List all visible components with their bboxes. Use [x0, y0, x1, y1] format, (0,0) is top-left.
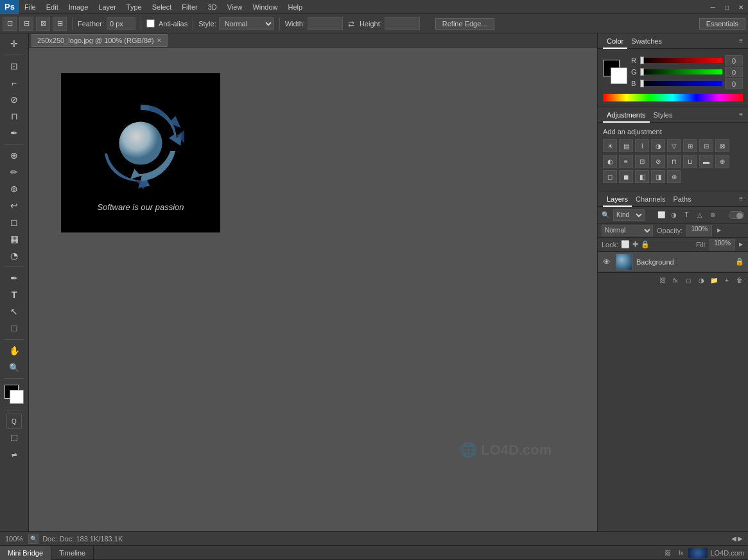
filter-toggle-switch[interactable]: [729, 211, 744, 219]
document-tab[interactable]: 250x250_logo.jpg @ 100% (RGB/8#) ✕: [31, 34, 168, 47]
swap-dimensions-button[interactable]: ⇄: [345, 18, 357, 30]
adj-icon-extra-1[interactable]: ◻: [603, 170, 617, 183]
menu-help[interactable]: Help: [283, 0, 308, 14]
gradient-tool[interactable]: ▦: [6, 231, 22, 247]
curves-adj-icon[interactable]: ⌇: [635, 139, 649, 152]
eraser-tool[interactable]: ◻: [6, 214, 22, 230]
crop-tool[interactable]: ⊓: [6, 109, 22, 124]
channelmixer-adj-icon[interactable]: ≡: [619, 155, 633, 168]
selectivecolor-adj-icon[interactable]: ⊕: [715, 155, 729, 168]
adj-icon-extra-3[interactable]: ◧: [635, 170, 649, 183]
threshold-adj-icon[interactable]: ⊔: [683, 155, 697, 168]
tab-timeline[interactable]: Timeline: [51, 546, 94, 560]
screen-mode-button[interactable]: □: [6, 430, 22, 446]
tab-swatches[interactable]: Swatches: [627, 33, 666, 49]
posterize-adj-icon[interactable]: ⊓: [667, 155, 681, 168]
colorlookup-adj-icon[interactable]: ⊡: [635, 155, 649, 168]
layers-panel-options[interactable]: ≡: [739, 195, 743, 202]
width-input[interactable]: [308, 17, 343, 30]
status-prev-button[interactable]: ◀: [731, 535, 736, 542]
menu-file[interactable]: File: [19, 0, 41, 14]
feather-input[interactable]: [107, 17, 135, 30]
blue-value[interactable]: 0: [725, 78, 743, 89]
vibrance-adj-icon[interactable]: ▽: [667, 139, 681, 152]
lasso-tool[interactable]: ⌐: [6, 75, 22, 91]
layer-row[interactable]: 👁 Background 🔒: [598, 252, 748, 272]
add-mask-button[interactable]: ◻: [683, 275, 694, 286]
colorbalance-adj-icon[interactable]: ⊟: [699, 139, 713, 152]
zoom-tool[interactable]: 🔍: [6, 360, 22, 375]
extra-button[interactable]: ⇌: [6, 447, 22, 462]
brush-tool[interactable]: ✏: [6, 164, 22, 180]
healing-brush-tool[interactable]: ⊕: [6, 148, 22, 163]
tab-paths[interactable]: Paths: [670, 191, 695, 207]
color-swatches-preview[interactable]: [603, 60, 627, 84]
red-slider-thumb[interactable]: [640, 57, 644, 64]
gradient-map-adj-icon[interactable]: ▬: [699, 155, 713, 168]
delete-layer-button[interactable]: 🗑: [734, 275, 745, 286]
close-button[interactable]: ✕: [734, 0, 748, 14]
menu-select[interactable]: Select: [147, 0, 177, 14]
antialias-checkbox[interactable]: [146, 19, 155, 28]
pen-tool[interactable]: ✒: [6, 270, 22, 286]
marquee-tool[interactable]: ⊡: [6, 58, 22, 74]
eyedropper-tool[interactable]: ✒: [6, 125, 22, 141]
layer-type-filter[interactable]: T: [682, 210, 692, 220]
layer-kind-select[interactable]: Kind Name Effect Mode: [613, 209, 645, 221]
marquee-option-3[interactable]: ⊠: [36, 17, 50, 31]
layer-shape-filter[interactable]: △: [695, 210, 705, 220]
fill-arrow[interactable]: ▶: [738, 241, 744, 248]
red-value[interactable]: 0: [725, 55, 743, 66]
type-tool[interactable]: T: [6, 287, 22, 302]
status-next-button[interactable]: ▶: [738, 535, 743, 542]
path-selection-tool[interactable]: ↖: [6, 304, 22, 319]
tab-channels[interactable]: Channels: [632, 191, 669, 207]
green-value[interactable]: 0: [725, 67, 743, 77]
zoom-icon[interactable]: 🔍: [28, 534, 39, 544]
adj-icon-extra-2[interactable]: ◼: [619, 170, 633, 183]
dodge-tool[interactable]: ◔: [6, 248, 22, 263]
color-panel-options[interactable]: ≡: [739, 37, 743, 44]
hand-tool[interactable]: ✋: [6, 343, 22, 358]
levels-adj-icon[interactable]: ▤: [619, 139, 633, 152]
height-input[interactable]: [385, 17, 420, 30]
move-tool[interactable]: ✛: [6, 36, 22, 51]
menu-image[interactable]: Image: [64, 0, 94, 14]
lock-pixels-icon[interactable]: ⬜: [621, 240, 630, 249]
history-brush-tool[interactable]: ↩: [6, 198, 22, 213]
opacity-value[interactable]: 100%: [686, 225, 712, 236]
essentials-button[interactable]: Essentials: [699, 18, 745, 30]
blue-slider[interactable]: [640, 81, 722, 86]
menu-filter[interactable]: Filter: [177, 0, 202, 14]
marquee-option-2[interactable]: ⊟: [19, 17, 33, 31]
new-group-button[interactable]: 📁: [708, 275, 720, 286]
clone-stamp-tool[interactable]: ⊚: [6, 181, 22, 197]
lock-all-icon[interactable]: 🔒: [641, 240, 650, 249]
shape-tool[interactable]: □: [6, 320, 22, 336]
opacity-arrow[interactable]: ▶: [716, 227, 722, 234]
menu-3d[interactable]: 3D: [203, 0, 222, 14]
marquee-option-4[interactable]: ⊞: [53, 17, 67, 31]
layer-style-button[interactable]: fx: [670, 275, 681, 286]
marquee-tool-option[interactable]: ⊡: [3, 17, 17, 31]
brightness-adj-icon[interactable]: ☀: [603, 139, 617, 152]
new-layer-button[interactable]: +: [721, 275, 733, 286]
quick-mask-button[interactable]: Q: [6, 414, 22, 429]
tab-styles[interactable]: Styles: [650, 107, 677, 123]
add-adjustment-button[interactable]: ◑: [695, 275, 707, 286]
background-swatch[interactable]: [611, 67, 627, 84]
background-color[interactable]: [10, 390, 24, 404]
minimize-button[interactable]: ─: [706, 0, 720, 14]
layer-visibility-toggle[interactable]: 👁: [602, 257, 612, 267]
red-slider[interactable]: [640, 58, 722, 63]
hsl-adj-icon[interactable]: ⊞: [683, 139, 697, 152]
menu-layer[interactable]: Layer: [93, 0, 121, 14]
adj-panel-options[interactable]: ≡: [739, 111, 743, 118]
adj-icon-extra-4[interactable]: ◨: [651, 170, 665, 183]
style-select[interactable]: Normal Fixed Ratio Fixed Size: [219, 17, 274, 30]
lock-position-icon[interactable]: ✚: [632, 240, 638, 249]
menu-edit[interactable]: Edit: [41, 0, 64, 14]
maximize-button[interactable]: □: [720, 0, 734, 14]
menu-window[interactable]: Window: [247, 0, 283, 14]
invert-adj-icon[interactable]: ⊘: [651, 155, 665, 168]
